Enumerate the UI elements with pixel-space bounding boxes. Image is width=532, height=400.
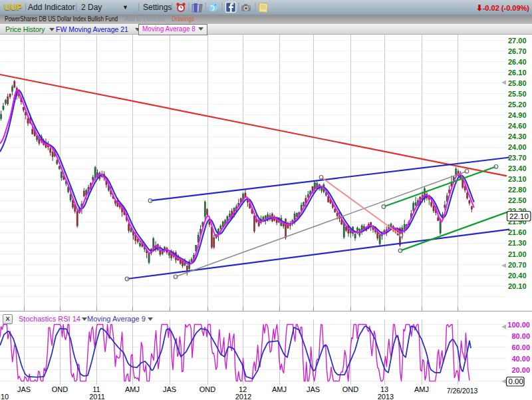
svg-text:10: 10	[1, 393, 9, 400]
svg-text:2013: 2013	[378, 393, 394, 400]
svg-text:JAS: JAS	[17, 385, 31, 393]
svg-text:25.80: 25.80	[508, 79, 527, 87]
svg-text:22.10: 22.10	[509, 212, 529, 220]
svg-text:20.10: 20.10	[508, 282, 527, 290]
svg-text:JAS: JAS	[163, 385, 176, 393]
svg-text:AMJ: AMJ	[125, 385, 140, 393]
svg-text:OND: OND	[342, 385, 359, 393]
svg-text:24.60: 24.60	[508, 122, 527, 130]
svg-text:20.40: 20.40	[508, 272, 527, 280]
svg-text:21.60: 21.60	[508, 228, 527, 236]
svg-text:60.00: 60.00	[511, 343, 530, 351]
svg-text:20.00: 20.00	[511, 366, 530, 374]
svg-text:26.70: 26.70	[508, 47, 527, 55]
svg-text:20.70: 20.70	[508, 261, 527, 269]
svg-text:27.00: 27.00	[508, 37, 527, 45]
svg-text:7/26/2013: 7/26/2013	[447, 387, 478, 395]
svg-text:100.00: 100.00	[507, 321, 530, 329]
svg-text:24.90: 24.90	[508, 111, 527, 119]
svg-text:25.20: 25.20	[508, 100, 527, 108]
svg-text:22.80: 22.80	[508, 186, 527, 194]
svg-text:23.40: 23.40	[508, 164, 527, 172]
svg-text:0.00: 0.00	[509, 377, 523, 385]
svg-text:23.10: 23.10	[508, 175, 527, 183]
svg-text:OND: OND	[200, 385, 216, 393]
svg-text:JAS: JAS	[307, 385, 320, 393]
svg-text:2011: 2011	[89, 393, 105, 400]
svg-text:26.10: 26.10	[508, 69, 527, 77]
svg-text:24.00: 24.00	[508, 143, 527, 151]
svg-text:2012: 2012	[235, 393, 251, 400]
svg-text:21.00: 21.00	[508, 250, 527, 258]
svg-text:24.30: 24.30	[508, 132, 527, 140]
svg-text:23.70: 23.70	[508, 154, 527, 162]
svg-text:AMJ: AMJ	[414, 385, 429, 393]
svg-text:OND: OND	[52, 385, 68, 393]
svg-text:AMJ: AMJ	[272, 385, 287, 393]
svg-text:25.50: 25.50	[508, 90, 527, 98]
svg-text:22.50: 22.50	[508, 196, 527, 204]
svg-text:80.00: 80.00	[511, 332, 530, 340]
svg-text:26.40: 26.40	[508, 58, 527, 66]
svg-text:40.00: 40.00	[511, 355, 530, 363]
svg-text:21.30: 21.30	[508, 239, 527, 247]
